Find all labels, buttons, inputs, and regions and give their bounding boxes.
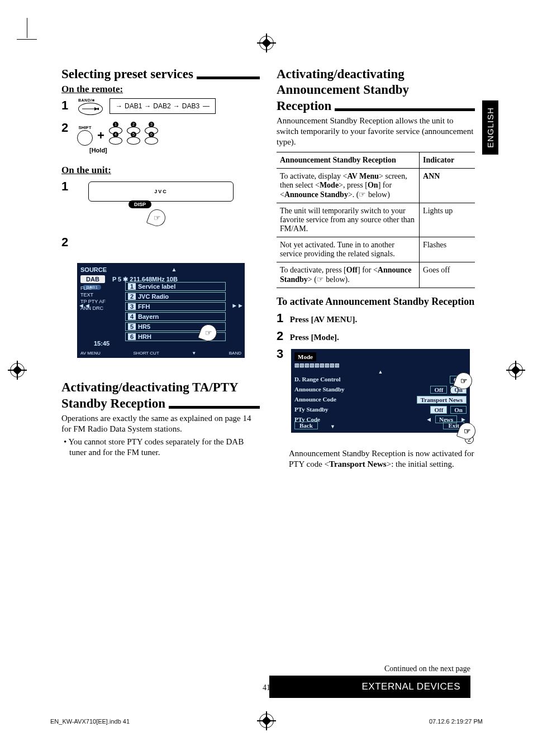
step-number: 2 xyxy=(61,121,73,135)
pointing-hand-icon xyxy=(146,207,168,228)
callout-1: 1 xyxy=(450,386,459,395)
dab-cycle-box: →DAB1 →DAB2 →DAB3 — xyxy=(110,98,216,114)
display-callout: DISP xyxy=(129,198,165,226)
crop-mark xyxy=(17,39,37,40)
plus-icon: + xyxy=(97,128,104,143)
body-text: Announcement Standby Reception is now ac… xyxy=(289,448,475,470)
heading-announcement-b: Announcement Standby xyxy=(277,83,475,97)
subhead-activate: To activate Announcement Standby Recepti… xyxy=(277,296,475,308)
page-number: 41 xyxy=(263,683,270,692)
step-text: Press [Mode]. xyxy=(290,333,339,342)
registration-mark-bottom xyxy=(259,714,274,728)
continued-label: Continued on the next page xyxy=(269,664,470,673)
step-text: Press [AV MENU]. xyxy=(290,315,357,324)
heading-selecting-preset: Selecting preset services xyxy=(61,67,260,82)
bullet-text: • You cannot store PTY codes separately … xyxy=(61,437,260,458)
svg-point-2 xyxy=(97,108,99,110)
band-button-graphic: BAND/■ xyxy=(78,98,104,115)
table-row: Not yet activated. Tune in to another se… xyxy=(277,237,475,262)
unit-lcd-screenshot: SOURCE ▲ DAB P 5 ✱ 211.648MHz 10B DAB1 1… xyxy=(77,263,245,358)
registration-mark-left xyxy=(10,363,25,377)
subhead-on-remote: On the remote: xyxy=(61,84,260,95)
step-number: 1 xyxy=(61,98,73,113)
body-text: Operations are exactly the same as expla… xyxy=(61,413,260,434)
heading-announcement-c: Reception xyxy=(277,99,475,113)
table-header: Announcement Standby Reception xyxy=(277,152,420,168)
section-band: EXTERNAL DEVICES xyxy=(269,676,470,698)
table-row: The unit will temporarily switch to your… xyxy=(277,203,475,237)
list-item: 4Bayern xyxy=(125,312,226,321)
announcement-table: Announcement Standby Reception Indicator… xyxy=(277,152,475,288)
mode-menu-screenshot: Mode ▧▧▧▧▧▧▧▧▧ ▲ D. Range ControlOff Ann… xyxy=(291,349,470,433)
list-item: 2JVC Radio xyxy=(125,292,226,301)
pointing-hand-icon xyxy=(456,420,478,442)
step-number: 2 xyxy=(61,235,73,250)
body-text: Announcement Standby Reception allows th… xyxy=(277,116,475,147)
step-number: 1 xyxy=(61,179,73,194)
heading-tapty: Activating/deactivating TA/PTY xyxy=(61,380,260,395)
table-row: To activate, display <AV Menu> screen, t… xyxy=(277,168,475,203)
print-footer-left: EN_KW-AVX710[EE].indb 41 xyxy=(50,718,130,725)
hold-label: [Hold] xyxy=(89,147,159,154)
crop-mark xyxy=(27,18,27,38)
language-tab: ENGLISH xyxy=(482,101,498,155)
print-footer-right: 07.12.6 2:19:27 PM xyxy=(429,718,483,725)
step-number: 3 xyxy=(277,347,288,361)
step-number: 1 xyxy=(277,311,288,326)
list-item: 3FFH xyxy=(125,302,226,311)
step-number: 2 xyxy=(277,329,288,343)
table-row: To deactivate, press [Off] for <Announce… xyxy=(277,262,475,288)
registration-mark-top xyxy=(259,36,274,50)
subhead-on-unit: On the unit: xyxy=(61,165,260,176)
table-header: Indicator xyxy=(420,152,475,168)
registration-mark-right xyxy=(508,363,523,377)
shift-plus-presets: SHIFT + 1 2 3 4 5 6 [Hold] xyxy=(77,121,159,154)
pointing-hand-icon xyxy=(198,322,219,343)
heading-announcement-a: Activating/deactivating xyxy=(277,67,475,82)
heading-tapty-line2: Standby Reception xyxy=(61,396,260,411)
list-item: 1Service label xyxy=(125,282,226,291)
